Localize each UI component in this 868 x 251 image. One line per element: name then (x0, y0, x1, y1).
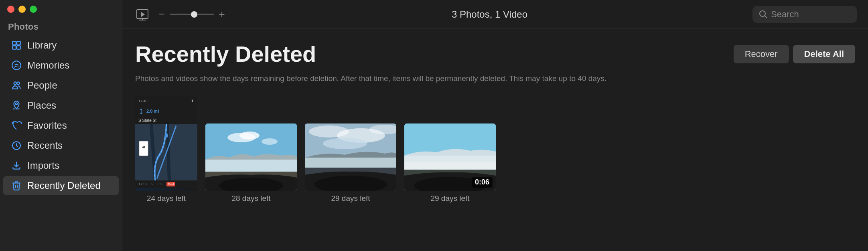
list-item: 28 days left (205, 123, 297, 203)
svg-rect-31 (305, 158, 396, 168)
nav-street-name: S State St (135, 115, 197, 124)
places-icon (10, 99, 22, 111)
days-left-label: 29 days left (430, 194, 469, 203)
recover-button[interactable]: Recover (734, 45, 789, 63)
svg-point-22 (262, 138, 278, 145)
minimize-button[interactable] (18, 6, 26, 13)
list-item: 17:48 ⬆ 2.0 mi S State St (135, 95, 197, 203)
sidebar: Photos Library Memories (0, 0, 122, 251)
svg-rect-36 (404, 162, 496, 170)
sidebar-item-memories[interactable]: Memories (3, 56, 119, 75)
svg-point-6 (16, 103, 17, 105)
photo-count-label: 3 Photos, 1 Video (227, 9, 752, 20)
svg-rect-1 (17, 41, 20, 45)
header-actions: Recover Delete All (734, 45, 855, 63)
people-icon (10, 79, 22, 91)
sidebar-item-library[interactable]: Library (3, 36, 119, 55)
toolbar-left: − + (134, 6, 227, 23)
sidebar-item-label: Recents (27, 140, 63, 151)
sidebar-item-places[interactable]: Places (3, 96, 119, 115)
days-left-label: 24 days left (147, 194, 186, 203)
sidebar-item-label: People (27, 80, 57, 91)
photos-grid: 17:48 ⬆ 2.0 mi S State St (135, 95, 855, 203)
svg-text:40: 40 (142, 145, 145, 149)
search-box[interactable]: Search (752, 6, 857, 23)
page-title: Recently Deleted (135, 42, 316, 67)
list-item: 0:06 29 days left (404, 123, 496, 203)
svg-point-30 (323, 138, 367, 149)
photo-thumbnail[interactable] (205, 123, 297, 191)
days-left-label: 29 days left (331, 194, 370, 203)
zoom-control: − + (157, 8, 227, 20)
slideshow-button[interactable] (134, 6, 151, 23)
search-placeholder: Search (771, 9, 799, 20)
description-text: Photos and videos show the days remainin… (135, 73, 817, 85)
zoom-slider[interactable] (170, 14, 214, 15)
svg-point-5 (17, 82, 20, 85)
content-area: Recently Deleted Recover Delete All Phot… (122, 29, 868, 251)
sidebar-item-label: Places (27, 100, 56, 111)
imports-icon (10, 160, 22, 172)
trash-icon (10, 180, 22, 192)
svg-marker-11 (141, 12, 145, 17)
sidebar-item-label: Memories (27, 60, 69, 71)
sidebar-item-recently-deleted[interactable]: Recently Deleted (3, 176, 119, 195)
main-content: − + 3 Photos, 1 Video Search Recently De… (122, 0, 868, 251)
favorites-icon (10, 119, 22, 132)
zoom-minus-button[interactable]: − (157, 8, 166, 20)
video-duration-badge: 0:06 (472, 177, 493, 188)
days-left-label: 28 days left (231, 194, 270, 203)
svg-rect-0 (12, 41, 16, 45)
sidebar-item-recents[interactable]: Recents (3, 136, 119, 155)
sidebar-item-label: Imports (27, 160, 59, 171)
svg-point-14 (140, 109, 142, 110)
toolbar: − + 3 Photos, 1 Video Search (122, 0, 868, 29)
recents-icon (10, 140, 22, 152)
photo-thumbnail[interactable] (305, 123, 396, 191)
nav-map-area: 40 (135, 124, 197, 180)
nav-bottom-stats: 17:57 9 3.5 End (135, 180, 197, 188)
search-icon (759, 10, 768, 19)
sidebar-item-people[interactable]: People (3, 76, 119, 95)
sidebar-item-imports[interactable]: Imports (3, 156, 119, 175)
photo-thumbnail[interactable]: 0:06 (404, 123, 496, 191)
sidebar-item-label: Library (27, 40, 57, 51)
window-controls (7, 6, 37, 13)
svg-rect-3 (17, 46, 20, 49)
svg-point-21 (239, 132, 260, 140)
toolbar-right: Search (752, 6, 857, 23)
svg-point-4 (14, 82, 17, 85)
zoom-thumb (191, 11, 197, 18)
delete-all-button[interactable]: Delete All (793, 45, 855, 63)
maximize-button[interactable] (30, 6, 37, 13)
svg-rect-23 (205, 160, 297, 172)
zoom-plus-button[interactable]: + (217, 8, 227, 20)
sidebar-item-label: Favorites (27, 120, 67, 131)
library-icon (10, 39, 22, 51)
sidebar-item-label: Recently Deleted (27, 180, 101, 191)
close-button[interactable] (7, 6, 14, 13)
svg-line-13 (765, 16, 767, 18)
photo-thumbnail[interactable]: 17:48 ⬆ 2.0 mi S State St (135, 95, 197, 191)
svg-rect-2 (12, 46, 16, 49)
nav-info-bar: 2.0 mi (135, 107, 197, 115)
memories-icon (10, 59, 22, 71)
sidebar-section-photos: Photos (0, 19, 122, 35)
list-item: 29 days left (305, 123, 396, 203)
svg-point-18 (165, 133, 168, 138)
nav-top-bar: 17:48 ⬆ (135, 95, 197, 107)
content-header: Recently Deleted Recover Delete All (135, 42, 855, 67)
sidebar-item-favorites[interactable]: Favorites (3, 116, 119, 135)
